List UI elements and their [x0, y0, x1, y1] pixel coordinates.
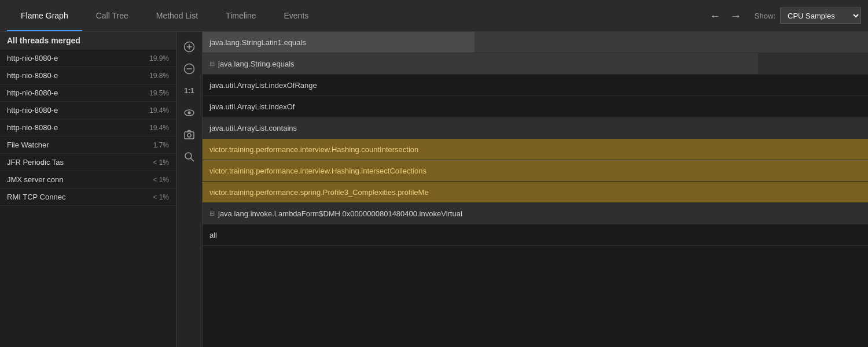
method-name-lambdaform: java.lang.invoke.LambdaForm$DMH.0x000000…: [218, 209, 462, 218]
sidebar-jfr-label: JFR Periodic Tas: [7, 158, 64, 167]
svg-line-10: [191, 158, 194, 161]
sidebar-http5-pct: 19.4%: [149, 124, 169, 132]
method-name-indexof: java.util.ArrayList.indexOf: [209, 102, 295, 111]
nav-icons: → →: [706, 6, 745, 25]
sidebar-item-http3[interactable]: http-nio-8080-e 19.5%: [0, 84, 176, 102]
sidebar-file-watcher-label: File Watcher: [7, 141, 49, 149]
method-row-intersect-collections[interactable]: victor.training.performance.interview.Ha…: [203, 160, 868, 182]
add-button[interactable]: [179, 36, 200, 57]
method-name-intersect-collections: victor.training.performance.interview.Ha…: [209, 167, 426, 175]
search-button[interactable]: [179, 146, 200, 167]
sidebar-http5-label: http-nio-8080-e: [7, 123, 58, 132]
sidebar-http2-label: http-nio-8080-e: [7, 71, 58, 80]
method-name-all: all: [209, 231, 217, 239]
sidebar-http4-pct: 19.4%: [149, 106, 169, 115]
method-row-contains[interactable]: java.util.ArrayList.contains: [203, 117, 868, 139]
method-rows: java.lang.StringLatin1.equals ⊟ java.lan…: [203, 32, 868, 347]
tab-call-tree-label: Call Tree: [96, 11, 128, 20]
sidebar-item-http2[interactable]: http-nio-8080-e 19.8%: [0, 67, 176, 84]
main-content: All threads merged http-nio-8080-e 19.9%…: [0, 32, 868, 347]
method-row-lambdaform[interactable]: ⊟ java.lang.invoke.LambdaForm$DMH.0x0000…: [203, 203, 868, 224]
collapse-icon-string-equals: ⊟: [209, 60, 215, 68]
sidebar-item-jmx[interactable]: JMX server conn < 1%: [0, 171, 176, 189]
svg-point-9: [185, 153, 192, 159]
method-name-string-equals: java.lang.String.equals: [218, 60, 295, 68]
svg-point-6: [188, 112, 191, 115]
sidebar-all-threads-label: All threads merged: [7, 36, 80, 45]
method-name-stringlatin1: java.lang.StringLatin1.equals: [209, 38, 306, 47]
sidebar-item-all-threads[interactable]: All threads merged: [0, 32, 176, 50]
camera-button[interactable]: [179, 124, 200, 145]
svg-rect-7: [185, 132, 194, 139]
one-to-one-button[interactable]: 1:1: [179, 80, 200, 101]
sidebar-item-jfr[interactable]: JFR Periodic Tas < 1%: [0, 154, 176, 171]
tab-call-tree[interactable]: Call Tree: [82, 0, 142, 31]
method-name-contains: java.util.ArrayList.contains: [209, 124, 297, 132]
sidebar-file-watcher-pct: 1.7%: [153, 141, 169, 149]
sidebar-jmx-label: JMX server conn: [7, 175, 64, 184]
sidebar-item-http4[interactable]: http-nio-8080-e 19.4%: [0, 102, 176, 119]
method-row-indexof[interactable]: java.util.ArrayList.indexOf: [203, 96, 868, 117]
forward-icon[interactable]: →: [727, 6, 745, 25]
tab-timeline[interactable]: Timeline: [212, 0, 270, 31]
tab-events[interactable]: Events: [270, 0, 323, 31]
tab-flame-graph-label: Flame Graph: [21, 11, 68, 20]
sidebar: All threads merged http-nio-8080-e 19.9%…: [0, 32, 176, 347]
sidebar-item-http5[interactable]: http-nio-8080-e 19.4%: [0, 119, 176, 136]
icon-panel: 1:1: [176, 32, 203, 347]
flame-area: java.lang.StringLatin1.equals ⊟ java.lan…: [203, 32, 868, 347]
one-to-one-label: 1:1: [184, 87, 194, 95]
tab-method-list-label: Method List: [156, 11, 198, 20]
method-name-profile-me: victor.training.performance.spring.Profi…: [209, 188, 429, 197]
method-row-all[interactable]: all: [203, 224, 868, 246]
tab-events-label: Events: [284, 11, 309, 20]
sidebar-rmi-pct: < 1%: [153, 193, 169, 201]
svg-point-8: [187, 134, 191, 137]
eye-button[interactable]: [179, 102, 200, 123]
sidebar-http3-pct: 19.5%: [149, 89, 169, 97]
method-name-count-intersection: victor.training.performance.interview.Ha…: [209, 145, 418, 154]
back-icon[interactable]: →: [706, 6, 724, 25]
remove-button[interactable]: [179, 58, 200, 79]
sidebar-http3-label: http-nio-8080-e: [7, 88, 58, 97]
tab-timeline-label: Timeline: [226, 11, 256, 20]
method-row-profile-me[interactable]: victor.training.performance.spring.Profi…: [203, 182, 868, 203]
show-select[interactable]: CPU Samples: [780, 8, 861, 24]
collapse-icon-lambdaform: ⊟: [209, 210, 215, 217]
sidebar-http4-label: http-nio-8080-e: [7, 106, 58, 115]
sidebar-item-http1[interactable]: http-nio-8080-e 19.9%: [0, 50, 176, 67]
method-row-count-intersection[interactable]: victor.training.performance.interview.Ha…: [203, 139, 868, 160]
sidebar-http2-pct: 19.8%: [149, 72, 169, 80]
method-row-indexofrange[interactable]: java.util.ArrayList.indexOfRange: [203, 75, 868, 96]
method-row-string-equals[interactable]: ⊟ java.lang.String.equals: [203, 53, 868, 75]
sidebar-http1-label: http-nio-8080-e: [7, 54, 58, 62]
sidebar-http1-pct: 19.9%: [149, 54, 169, 62]
show-label: Show:: [755, 12, 775, 20]
sidebar-item-rmi[interactable]: RMI TCP Connec < 1%: [0, 189, 176, 206]
sidebar-item-file-watcher[interactable]: File Watcher 1.7%: [0, 136, 176, 154]
method-name-indexofrange: java.util.ArrayList.indexOfRange: [209, 81, 317, 90]
tab-method-list[interactable]: Method List: [142, 0, 212, 31]
method-row-stringlatin1[interactable]: java.lang.StringLatin1.equals: [203, 32, 868, 53]
sidebar-jfr-pct: < 1%: [153, 158, 169, 167]
tab-bar: Flame Graph Call Tree Method List Timeli…: [0, 0, 868, 32]
sidebar-rmi-label: RMI TCP Connec: [7, 193, 65, 201]
tab-flame-graph[interactable]: Flame Graph: [7, 0, 82, 31]
sidebar-jmx-pct: < 1%: [153, 176, 169, 184]
